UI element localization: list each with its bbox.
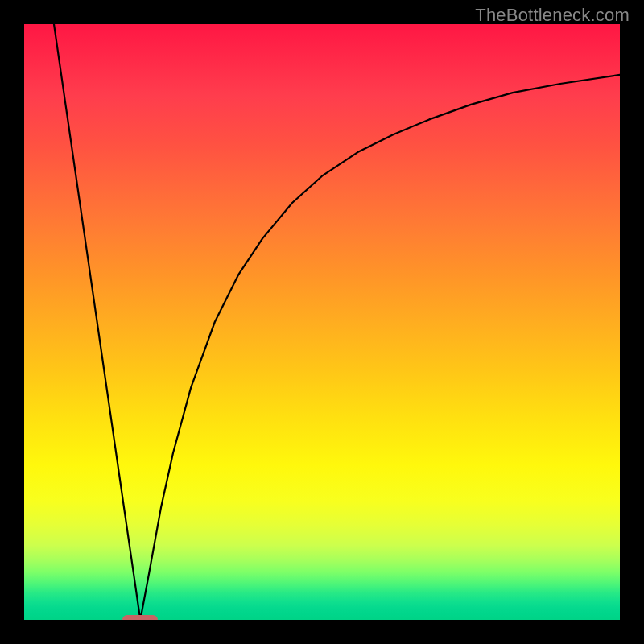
plot-area: [24, 24, 620, 620]
watermark-text: TheBottleneck.com: [475, 5, 630, 26]
bottleneck-curve: [24, 24, 620, 620]
optimal-zone-marker: [122, 615, 158, 620]
chart-frame: TheBottleneck.com: [0, 0, 644, 644]
